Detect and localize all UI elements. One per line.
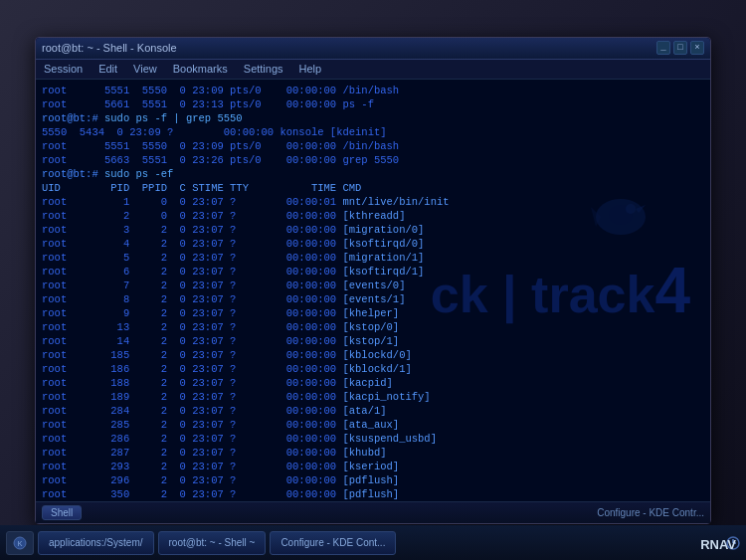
window-controls: _ □ × bbox=[656, 41, 704, 55]
taskbar-task-apps-label: applications:/System/ bbox=[49, 537, 143, 548]
ps-line-2: root 2 0 0 23:07 ? 00:00:00 [kthreadd] bbox=[42, 209, 704, 223]
rnav-label: RNAV bbox=[700, 537, 736, 552]
terminal-content: root 5551 5550 0 23:09 pts/0 00:00:00 /b… bbox=[42, 84, 704, 501]
ps-line-293: root 293 2 0 23:07 ? 00:00:00 [kseriod] bbox=[42, 460, 704, 473]
minimize-button[interactable]: _ bbox=[656, 41, 670, 55]
monitor-frame: root@bt: ~ - Shell - Konsole _ □ × Sessi… bbox=[0, 0, 746, 560]
ps-line-5: root 5 2 0 23:07 ? 00:00:00 [migration/1… bbox=[42, 251, 704, 265]
status-bar: Shell Configure - KDE Contr... bbox=[36, 501, 710, 523]
status-right-text: Configure - KDE Contr... bbox=[597, 507, 704, 518]
maximize-button[interactable]: □ bbox=[673, 41, 687, 55]
ps-line-296: root 296 2 0 23:07 ? 00:00:00 [pdflush] bbox=[42, 473, 704, 487]
ps-line-188: root 188 2 0 23:07 ? 00:00:00 [kacpid] bbox=[42, 376, 704, 390]
kde-logo-icon: K bbox=[13, 536, 27, 550]
ps-line-14: root 14 2 0 23:07 ? 00:00:00 [kstop/1] bbox=[42, 334, 704, 348]
menu-bar: Session Edit View Bookmarks Settings Hel… bbox=[36, 60, 710, 80]
ps-line-284: root 284 2 0 23:07 ? 00:00:00 [ata/1] bbox=[42, 404, 704, 418]
menu-settings[interactable]: Settings bbox=[240, 63, 287, 75]
ps-line-13: root 13 2 0 23:07 ? 00:00:00 [kstop/0] bbox=[42, 320, 704, 334]
line-header: UID PID PPID C STIME TTY TIME CMD bbox=[42, 181, 704, 195]
window-title: root@bt: ~ - Shell - Konsole bbox=[42, 42, 177, 54]
ps-line-287: root 287 2 0 23:07 ? 00:00:00 [khubd] bbox=[42, 446, 704, 460]
shell-tab[interactable]: Shell bbox=[42, 505, 82, 520]
line-6: root 5663 5551 0 23:26 pts/0 00:00:00 gr… bbox=[42, 153, 704, 167]
taskbar-task-shell[interactable]: root@bt: ~ - Shell ~ bbox=[158, 531, 267, 555]
ps-line-350: root 350 2 0 23:07 ? 00:00:00 [pdflush] bbox=[42, 487, 704, 501]
title-bar: root@bt: ~ - Shell - Konsole _ □ × bbox=[36, 38, 710, 60]
ps-line-186: root 186 2 0 23:07 ? 00:00:00 [kblockd/1… bbox=[42, 362, 704, 376]
taskbar-start-button[interactable]: K bbox=[6, 531, 34, 555]
ps-line-4: root 4 2 0 23:07 ? 00:00:00 [ksoftirqd/0… bbox=[42, 237, 704, 251]
line-prompt-2: root@bt:# sudo ps -ef bbox=[42, 167, 704, 181]
taskbar: K applications:/System/ root@bt: ~ - She… bbox=[0, 525, 746, 560]
line-5: root 5551 5550 0 23:09 pts/0 00:00:00 /b… bbox=[42, 139, 704, 153]
ps-line-7: root 7 2 0 23:07 ? 00:00:00 [events/0] bbox=[42, 279, 704, 292]
ps-line-1: root 1 0 0 23:07 ? 00:00:01 mnt/live/bin… bbox=[42, 195, 704, 209]
taskbar-task-apps[interactable]: applications:/System/ bbox=[38, 531, 154, 555]
ps-line-6: root 6 2 0 23:07 ? 00:00:00 [ksoftirqd/1… bbox=[42, 265, 704, 279]
taskbar-task-shell-label: root@bt: ~ - Shell ~ bbox=[169, 537, 256, 548]
line-2: root 5661 5551 0 23:13 pts/0 00:00:00 ps… bbox=[42, 97, 704, 111]
taskbar-task-configure[interactable]: Configure - KDE Cont... bbox=[270, 531, 396, 555]
line-1: root 5551 5550 0 23:09 pts/0 00:00:00 /b… bbox=[42, 84, 704, 97]
taskbar-task-configure-label: Configure - KDE Cont... bbox=[280, 537, 385, 548]
line-4: 5550 5434 0 23:09 ? 00:00:00 konsole [kd… bbox=[42, 125, 704, 139]
kde-window: root@bt: ~ - Shell - Konsole _ □ × Sessi… bbox=[35, 37, 711, 524]
menu-edit[interactable]: Edit bbox=[94, 63, 121, 75]
ps-line-8: root 8 2 0 23:07 ? 00:00:00 [events/1] bbox=[42, 292, 704, 306]
ps-line-9: root 9 2 0 23:07 ? 00:00:00 [khelper] bbox=[42, 306, 704, 320]
ps-line-286: root 286 2 0 23:07 ? 00:00:00 [ksuspend_… bbox=[42, 432, 704, 446]
terminal-area[interactable]: ck | track4 root 5551 5550 0 23:09 pts/0… bbox=[36, 80, 710, 501]
close-button[interactable]: × bbox=[690, 41, 704, 55]
menu-session[interactable]: Session bbox=[40, 63, 87, 75]
menu-bookmarks[interactable]: Bookmarks bbox=[169, 63, 232, 75]
menu-help[interactable]: Help bbox=[295, 63, 326, 75]
ps-line-3: root 3 2 0 23:07 ? 00:00:00 [migration/0… bbox=[42, 223, 704, 237]
menu-view[interactable]: View bbox=[129, 63, 161, 75]
ps-line-185: root 185 2 0 23:07 ? 00:00:00 [kblockd/0… bbox=[42, 348, 704, 362]
ps-line-189: root 189 2 0 23:07 ? 00:00:00 [kacpi_not… bbox=[42, 390, 704, 404]
line-prompt-1: root@bt:# sudo ps -f | grep 5550 bbox=[42, 111, 704, 125]
ps-line-285: root 285 2 0 23:07 ? 00:00:00 [ata_aux] bbox=[42, 418, 704, 432]
svg-text:K: K bbox=[18, 540, 23, 547]
